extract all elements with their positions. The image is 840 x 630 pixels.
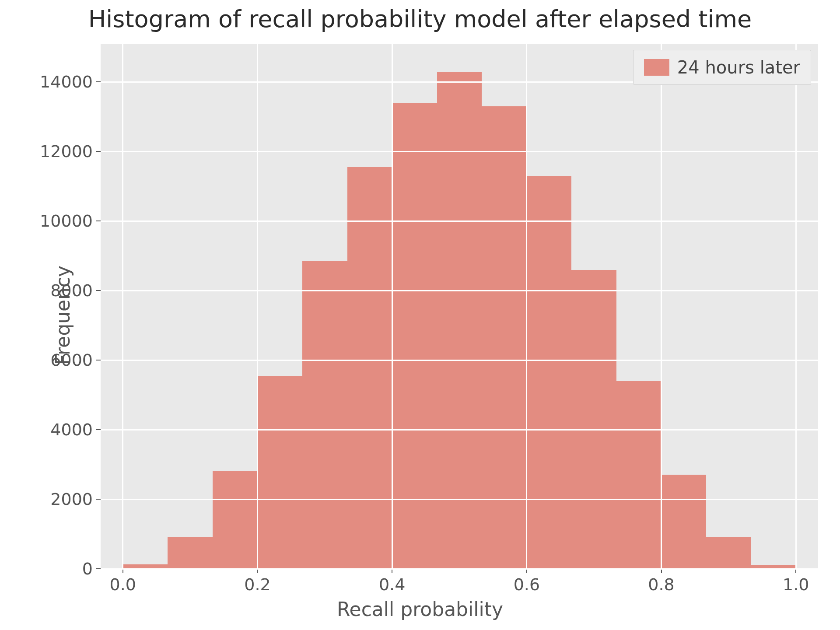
y-tick-mark [96, 81, 101, 82]
histogram-bars [101, 44, 818, 569]
histogram-bar [437, 72, 482, 569]
gridline-vertical [257, 44, 258, 569]
gridline-horizontal [101, 360, 818, 361]
y-tick-label: 8000 [50, 281, 93, 300]
histogram-bar [662, 475, 707, 569]
y-tick-label: 2000 [50, 490, 93, 509]
gridline-vertical [122, 44, 123, 569]
y-tick-mark [96, 568, 101, 569]
x-tick-label: 1.0 [783, 575, 809, 594]
histogram-bar [527, 176, 572, 569]
y-tick-mark [96, 290, 101, 291]
x-tick-label: 0.0 [110, 575, 136, 594]
histogram-bar [706, 537, 751, 569]
x-tick-label: 0.8 [648, 575, 674, 594]
gridline-horizontal [101, 151, 818, 152]
histogram-bar [213, 471, 258, 569]
x-tick-mark [795, 569, 796, 573]
x-tick-mark [661, 569, 662, 573]
histogram-bar [347, 167, 392, 569]
x-tick-mark [392, 569, 392, 573]
gridline-horizontal [101, 429, 818, 430]
y-tick-mark [96, 220, 101, 221]
y-tick-mark [96, 151, 101, 152]
y-tick-label: 10000 [40, 211, 93, 231]
gridline-horizontal [101, 499, 818, 500]
histogram-bar [616, 381, 662, 569]
y-tick-mark [96, 360, 101, 360]
y-tick-label: 6000 [50, 350, 93, 370]
y-tick-label: 4000 [50, 420, 93, 439]
gridline-vertical [392, 44, 393, 569]
chart-title: Histogram of recall probability model af… [0, 5, 840, 33]
y-tick-label: 14000 [40, 72, 93, 91]
y-tick-label: 12000 [40, 142, 93, 161]
histogram-bar [168, 537, 212, 569]
x-axis-label: Recall probability [0, 598, 840, 620]
gridline-vertical [526, 44, 527, 569]
x-tick-label: 0.4 [379, 575, 405, 594]
figure: Histogram of recall probability model af… [0, 0, 840, 630]
gridline-horizontal [101, 290, 818, 291]
histogram-bar [257, 376, 302, 569]
histogram-bar [571, 270, 616, 569]
gridline-vertical [795, 44, 797, 569]
x-tick-mark [526, 569, 527, 573]
x-tick-mark [257, 569, 258, 573]
histogram-bar [302, 261, 347, 569]
gridline-horizontal [101, 220, 818, 222]
legend-label: 24 hours later [677, 57, 800, 77]
y-tick-label: 0 [82, 559, 93, 578]
x-tick-mark [122, 569, 123, 573]
y-axis-label: Frequency [13, 0, 112, 630]
y-tick-mark [96, 429, 101, 430]
x-tick-label: 0.6 [514, 575, 540, 594]
x-tick-label: 0.2 [244, 575, 270, 594]
legend-swatch [644, 59, 669, 76]
plot-area: 0.00.20.40.60.81.00200040006000800010000… [101, 44, 818, 569]
legend: 24 hours later [633, 50, 811, 85]
gridline-horizontal [101, 568, 818, 570]
y-tick-mark [96, 499, 101, 500]
gridline-vertical [661, 44, 662, 569]
